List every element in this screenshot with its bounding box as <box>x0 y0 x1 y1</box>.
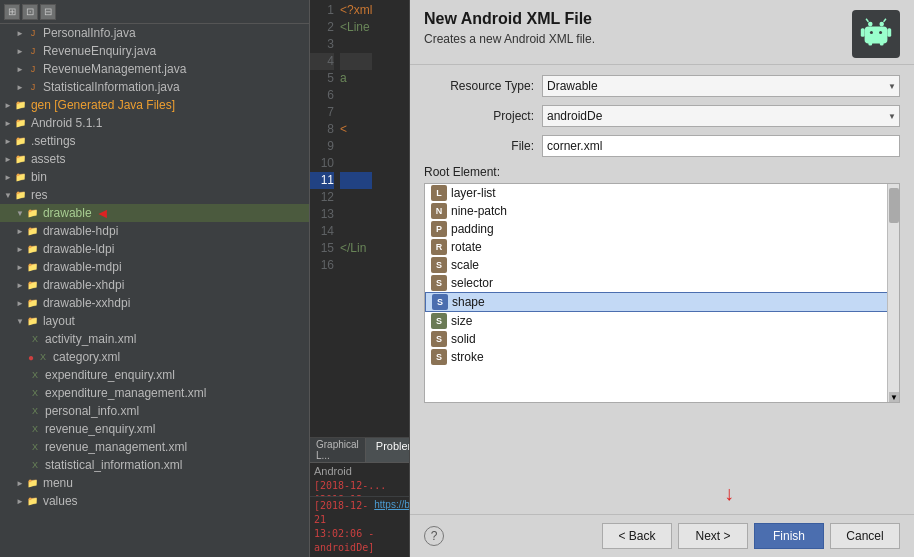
tree-item-label: RevenueEnquiry.java <box>43 44 156 58</box>
tree-item-revenue-enquiry[interactable]: ► J RevenueEnquiry.java <box>0 42 309 60</box>
tree-item-label: drawable-xhdpi <box>43 278 124 292</box>
tree-item-label: StatisticalInformation.java <box>43 80 180 94</box>
root-list-item-layer-list[interactable]: L layer-list <box>425 184 899 202</box>
tab-problems[interactable]: Problems <box>366 438 410 462</box>
tree-item-personal-info-xml[interactable]: X personal_info.xml <box>0 402 309 420</box>
dialog-header-text: New Android XML File Creates a new Andro… <box>424 10 595 46</box>
tree-item-values[interactable]: ► 📁 values <box>0 492 309 510</box>
folder-icon: 📁 <box>26 278 40 292</box>
svg-rect-9 <box>861 28 865 36</box>
java-file-icon: J <box>26 80 40 94</box>
root-list-item-scale[interactable]: S scale <box>425 256 899 274</box>
tree-item-statistical-info-xml[interactable]: X statistical_information.xml <box>0 456 309 474</box>
file-tree: ► J PersonalInfo.java ► J RevenueEnquiry… <box>0 24 309 557</box>
tree-arrow: ► <box>16 497 24 506</box>
tree-item-android[interactable]: ► 📁 Android 5.1.1 <box>0 114 309 132</box>
tree-item-label: drawable-ldpi <box>43 242 114 256</box>
folder-icon: 📁 <box>26 494 40 508</box>
tree-arrow: ► <box>4 119 12 128</box>
new-android-xml-dialog: New Android XML File Creates a new Andro… <box>410 0 914 557</box>
file-input[interactable] <box>542 135 900 157</box>
tree-arrow: ► <box>16 281 24 290</box>
root-item-icon-stroke: S <box>431 349 447 365</box>
help-icon: ? <box>431 529 438 543</box>
tree-item-bin[interactable]: ► 📁 bin <box>0 168 309 186</box>
tree-arrow: ► <box>16 65 24 74</box>
root-list-item-stroke[interactable]: S stroke <box>425 348 899 366</box>
xml-file-icon: X <box>28 458 42 472</box>
toolbar-icon-3[interactable]: ⊟ <box>40 4 56 20</box>
root-item-text: padding <box>451 222 494 236</box>
tree-item-label: drawable-mdpi <box>43 260 122 274</box>
root-element-label: Root Element: <box>424 165 900 179</box>
tree-item-activity-main[interactable]: X activity_main.xml <box>0 330 309 348</box>
tree-item-expenditure-enquiry[interactable]: X expenditure_enquiry.xml <box>0 366 309 384</box>
root-list-item-solid[interactable]: S solid <box>425 330 899 348</box>
tree-item-expenditure-management[interactable]: X expenditure_management.xml <box>0 384 309 402</box>
tree-item-layout[interactable]: ▼ 📁 layout <box>0 312 309 330</box>
root-list-item-shape[interactable]: S shape ◄ <box>425 292 899 312</box>
tree-item-label: .settings <box>31 134 76 148</box>
dialog-body: Resource Type: Drawable Project: android… <box>410 65 914 514</box>
resource-type-select[interactable]: Drawable <box>542 75 900 97</box>
tab-graphical[interactable]: Graphical L... <box>310 438 366 462</box>
svg-rect-8 <box>880 38 884 46</box>
tree-item-menu[interactable]: ► 📁 menu <box>0 474 309 492</box>
back-button[interactable]: < Back <box>602 523 672 549</box>
tree-item-category[interactable]: ● X category.xml <box>0 348 309 366</box>
root-list-item-padding[interactable]: P padding <box>425 220 899 238</box>
xml-file-icon: X <box>28 332 42 346</box>
root-item-text: size <box>451 314 472 328</box>
project-select-wrapper[interactable]: androidDe <box>542 105 900 127</box>
root-item-icon-size: S <box>431 313 447 329</box>
tree-item-revenue-management-xml[interactable]: X revenue_management.xml <box>0 438 309 456</box>
tree-arrow: ► <box>4 155 12 164</box>
folder-icon: 📁 <box>26 206 40 220</box>
tree-item-label: res <box>31 188 48 202</box>
tree-item-drawable-mdpi[interactable]: ► 📁 drawable-mdpi <box>0 258 309 276</box>
tree-item-drawable-xhdpi[interactable]: ► 📁 drawable-xhdpi <box>0 276 309 294</box>
folder-icon: 📁 <box>26 314 40 328</box>
help-button[interactable]: ? <box>424 526 444 546</box>
cancel-button[interactable]: Cancel <box>830 523 900 549</box>
root-element-list[interactable]: L layer-list N nine-patch P padding R ro… <box>424 183 900 403</box>
toolbar-icon-1[interactable]: ⊞ <box>4 4 20 20</box>
tree-item-res[interactable]: ▼ 📁 res <box>0 186 309 204</box>
tree-item-drawable-ldpi[interactable]: ► 📁 drawable-ldpi <box>0 240 309 258</box>
tree-item-revenue-enquiry-xml[interactable]: X revenue_enquiry.xml <box>0 420 309 438</box>
tree-item-drawable[interactable]: ▼ 📁 drawable ◄ <box>0 204 309 222</box>
tree-item-gen[interactable]: ► 📁 gen [Generated Java Files] <box>0 96 309 114</box>
root-list-item-selector[interactable]: S selector <box>425 274 899 292</box>
bottom-panel: Graphical L... Problems Android [2018-12… <box>310 437 409 557</box>
project-select[interactable]: androidDe <box>542 105 900 127</box>
resource-type-select-wrapper[interactable]: Drawable <box>542 75 900 97</box>
tree-item-drawable-hdpi[interactable]: ► 📁 drawable-hdpi <box>0 222 309 240</box>
tree-item-label: expenditure_enquiry.xml <box>45 368 175 382</box>
tree-arrow: ► <box>16 227 24 236</box>
svg-point-1 <box>868 22 873 27</box>
root-list-item-rotate[interactable]: R rotate <box>425 238 899 256</box>
tree-item-assets[interactable]: ► 📁 assets <box>0 150 309 168</box>
root-list-item-nine-patch[interactable]: N nine-patch <box>425 202 899 220</box>
root-list-item-size[interactable]: S size <box>425 312 899 330</box>
folder-icon: 📁 <box>26 242 40 256</box>
tree-item-revenue-management[interactable]: ► J RevenueManagement.java <box>0 60 309 78</box>
finish-button[interactable]: Finish <box>754 523 824 549</box>
root-item-icon-r: R <box>431 239 447 255</box>
tree-item-personal-info[interactable]: ► J PersonalInfo.java <box>0 24 309 42</box>
tree-item-drawable-xxhdpi[interactable]: ► 📁 drawable-xxhdpi <box>0 294 309 312</box>
tree-arrow: ► <box>16 245 24 254</box>
last-log-line: [2018-12-21 13:02:06 - androidDe] <box>314 499 374 555</box>
tree-item-label: revenue_management.xml <box>45 440 187 454</box>
tree-arrow: ▼ <box>16 209 24 218</box>
tree-item-settings[interactable]: ► 📁 .settings <box>0 132 309 150</box>
editor-wrapper: 123 4 5 678910 11 1213141516 <?xml <Line… <box>310 0 409 274</box>
bottom-content: Android [2018-12-... [2018-12-... [2018-… <box>310 463 409 496</box>
log-link[interactable]: https://blog.csdn.net/weixin_... <box>374 499 410 555</box>
tree-item-statistical-info[interactable]: ► J StatisticalInformation.java <box>0 78 309 96</box>
root-item-text: scale <box>451 258 479 272</box>
tree-arrow: ▼ <box>4 191 12 200</box>
toolbar-icon-2[interactable]: ⊡ <box>22 4 38 20</box>
next-button[interactable]: Next > <box>678 523 748 549</box>
svg-point-5 <box>870 31 873 34</box>
